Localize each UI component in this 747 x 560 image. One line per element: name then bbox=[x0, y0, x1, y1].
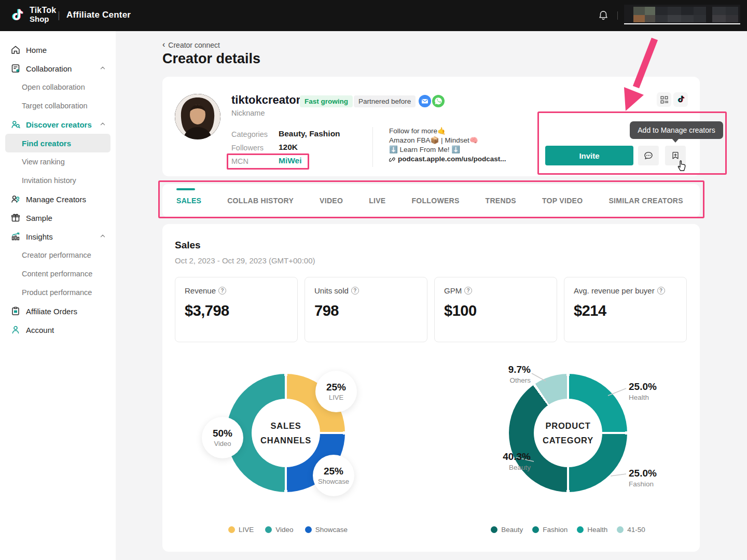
tab-collab-history[interactable]: COLLAB HISTORY bbox=[227, 197, 294, 205]
invite-button[interactable]: Invite bbox=[545, 146, 633, 165]
chevron-left-icon: ‹ bbox=[162, 40, 165, 49]
account-icon bbox=[10, 325, 21, 335]
callout-showcase: 25% Showcase bbox=[313, 455, 354, 496]
chat-bubble-icon bbox=[643, 150, 654, 161]
sidebar-item-manage-creators[interactable]: Manage Creators bbox=[0, 190, 116, 208]
sidebar-item-content-performance[interactable]: Content performance bbox=[0, 264, 116, 283]
label-fashion: 25.0% Fashion bbox=[629, 468, 657, 488]
units-sold-value: 798 bbox=[314, 302, 418, 319]
sales-panel: Sales Oct 2, 2023 - Oct 29, 2023 (GMT+00… bbox=[162, 224, 700, 552]
followers-label: Followers bbox=[231, 144, 264, 152]
tab-followers[interactable]: FOLLOWERS bbox=[411, 197, 459, 205]
followers-value: 120K bbox=[279, 143, 298, 152]
clipboard-icon bbox=[10, 306, 21, 316]
breadcrumb-back-link[interactable]: ‹ Creator connect bbox=[162, 40, 220, 50]
discover-creators-icon bbox=[10, 119, 21, 130]
tab-similar-creators[interactable]: SIMILAR CREATORS bbox=[608, 197, 683, 205]
user-account-redacted[interactable] bbox=[624, 5, 740, 25]
creator-tabs: SALES COLLAB HISTORY VIDEO LIVE FOLLOWER… bbox=[162, 184, 700, 217]
tab-live[interactable]: LIVE bbox=[369, 197, 385, 205]
podcast-link[interactable]: podcast.apple.com/us/podcast... bbox=[389, 155, 506, 164]
legend-item: LIVE bbox=[228, 526, 254, 534]
legend-item: Beauty bbox=[491, 526, 523, 534]
notification-bell-icon[interactable] bbox=[598, 9, 609, 24]
stat-card-gpm: GPM? $100 bbox=[434, 277, 557, 342]
whatsapp-icon[interactable] bbox=[432, 95, 445, 107]
top-header: TikTok Shop | Affiliate Center bbox=[0, 0, 747, 31]
tab-top-video[interactable]: TOP VIDEO bbox=[542, 197, 583, 205]
product-category-legend: Beauty Fashion Health 41-50 bbox=[475, 526, 661, 534]
sidebar-item-sample[interactable]: Sample bbox=[0, 208, 116, 227]
header-underline bbox=[624, 23, 740, 24]
legend-item: Health bbox=[577, 526, 607, 534]
categories-value: Beauty, Fashion bbox=[279, 129, 340, 138]
bio-line: Follow for more🤙 bbox=[389, 127, 506, 136]
link-icon bbox=[389, 156, 396, 163]
legend-item: Fashion bbox=[532, 526, 568, 534]
sidebar-item-view-ranking[interactable]: View ranking bbox=[0, 152, 116, 171]
leader-lines bbox=[162, 224, 700, 552]
sales-date-range: Oct 2, 2023 - Oct 29, 2023 (GMT+00:00) bbox=[175, 256, 315, 265]
categories-label: Categories bbox=[231, 130, 268, 138]
sidebar-item-account[interactable]: Account bbox=[0, 320, 116, 339]
tiktok-logo-icon bbox=[9, 7, 25, 26]
label-health: 25.0% Health bbox=[629, 381, 657, 401]
bio-line: Amazon FBA📦 | Mindset🧠 bbox=[389, 136, 506, 145]
creator-name: tiktokcreator bbox=[231, 93, 300, 107]
tiktok-icon bbox=[676, 95, 685, 104]
product-category-donut-chart bbox=[509, 374, 627, 492]
active-tab-indicator bbox=[176, 188, 195, 190]
label-others: 9.7% Others bbox=[453, 364, 531, 384]
add-to-manage-creators-button[interactable] bbox=[665, 146, 686, 165]
bookmark-plus-icon bbox=[671, 151, 680, 160]
legend-item: Video bbox=[265, 526, 293, 534]
qr-code-button[interactable] bbox=[657, 92, 671, 107]
sidebar-item-invitation-history[interactable]: Invitation history bbox=[0, 171, 116, 190]
tab-trends[interactable]: TRENDS bbox=[486, 197, 516, 205]
creator-card: tiktokcreator Fast growing Partnered bef… bbox=[162, 77, 700, 176]
sidebar-item-open-collaboration[interactable]: Open collaboration bbox=[0, 78, 116, 96]
email-icon[interactable] bbox=[419, 95, 431, 107]
sidebar-item-affiliate-orders[interactable]: Affiliate Orders bbox=[0, 302, 116, 320]
header-vertical-divider bbox=[617, 11, 618, 20]
sidebar-item-home[interactable]: Home bbox=[0, 40, 116, 59]
sidebar-item-discover-creators[interactable]: Discover creators bbox=[0, 115, 116, 134]
creator-bio: Follow for more🤙 Amazon FBA📦 | Mindset🧠 … bbox=[389, 127, 506, 164]
mcn-value[interactable]: MiWei bbox=[279, 156, 302, 165]
collaboration-icon bbox=[10, 63, 21, 74]
legend-item: 41-50 bbox=[617, 526, 645, 534]
tab-video[interactable]: VIDEO bbox=[320, 197, 343, 205]
bio-divider bbox=[372, 127, 373, 167]
sidebar-item-creator-performance[interactable]: Creator performance bbox=[0, 246, 116, 264]
header-divider: | bbox=[58, 10, 60, 21]
help-icon[interactable]: ? bbox=[657, 287, 665, 295]
sidebar: Home Collaboration Open collaboration Ta… bbox=[0, 31, 116, 560]
sidebar-item-target-collaboration[interactable]: Target collaboration bbox=[0, 96, 116, 115]
insights-icon bbox=[10, 231, 21, 242]
sales-channels-legend: LIVE Video Showcase bbox=[195, 526, 381, 534]
qr-code-icon bbox=[660, 95, 669, 104]
creator-avatar bbox=[175, 94, 220, 139]
bio-line: ⬇️ Learn From Me! ⬇️ bbox=[389, 145, 506, 155]
help-icon[interactable]: ? bbox=[351, 287, 359, 295]
gpm-value: $100 bbox=[444, 302, 547, 319]
stat-card-units-sold: Units sold? 798 bbox=[305, 277, 427, 342]
chevron-up-icon bbox=[99, 120, 106, 128]
gift-icon bbox=[10, 213, 21, 223]
manage-creators-icon bbox=[10, 194, 21, 204]
fast-growing-badge: Fast growing bbox=[300, 95, 353, 107]
stat-card-avg-revenue: Avg. revenue per buyer? $214 bbox=[564, 277, 687, 342]
sidebar-item-product-performance[interactable]: Product performance bbox=[0, 283, 116, 302]
revenue-value: $3,798 bbox=[185, 302, 288, 319]
help-icon[interactable]: ? bbox=[218, 287, 226, 295]
sidebar-item-find-creators[interactable]: Find creators bbox=[0, 134, 116, 152]
help-icon[interactable]: ? bbox=[464, 287, 472, 295]
message-button[interactable] bbox=[638, 146, 659, 165]
sidebar-item-collaboration[interactable]: Collaboration bbox=[0, 59, 116, 78]
tab-sales[interactable]: SALES bbox=[176, 197, 201, 205]
chevron-up-icon bbox=[99, 232, 106, 240]
avg-revenue-value: $214 bbox=[574, 302, 677, 319]
chevron-up-icon bbox=[99, 64, 106, 72]
sidebar-item-insights[interactable]: Insights bbox=[0, 227, 116, 246]
tiktok-profile-button[interactable] bbox=[673, 92, 688, 107]
